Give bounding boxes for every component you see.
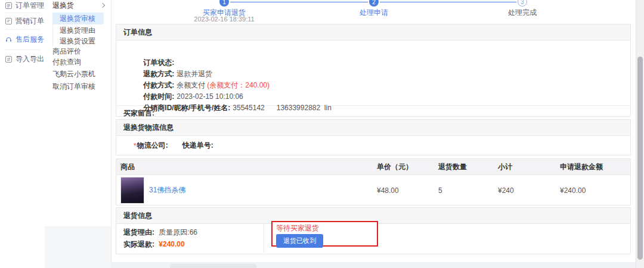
submenu-item-payment-query[interactable]: 付款查询 bbox=[52, 57, 81, 67]
product-table: 商品 单价（元） 退货数量 小计 申请退款金额 31佛挡杀佛 ¥48.00 5 … bbox=[116, 158, 631, 205]
sidebar-item-label: 导入导出 bbox=[16, 54, 44, 64]
subtotal-value: ¥240 bbox=[498, 186, 560, 195]
step-number: 1 bbox=[222, 0, 226, 5]
col-header-refund-amount: 申请退款金额 bbox=[560, 162, 630, 172]
step-label-complete: 处理完成 bbox=[481, 8, 564, 18]
sidebar-item-after-sales[interactable]: 售后服务 bbox=[0, 30, 45, 49]
step-connector bbox=[230, 2, 368, 2]
scrollbar-thumb[interactable] bbox=[637, 57, 643, 260]
balance-payment-amount: (余额支付：240.00) bbox=[207, 81, 270, 89]
marketing-order-icon bbox=[5, 17, 13, 25]
sidebar-item-import-export[interactable]: 导入导出 bbox=[0, 50, 45, 68]
submenu-item-return-review[interactable]: 退换货审核 bbox=[52, 13, 104, 24]
submenu-item-label: 退换货审核 bbox=[60, 14, 95, 24]
order-info-panel: 订单信息 订单状态: 退款方式:退款并退货 付款方式:余额支付(余额支付：240… bbox=[116, 24, 631, 117]
product-cell: 31佛挡杀佛 bbox=[120, 177, 377, 204]
logistics-body: * 物流公司: 快递单号: bbox=[116, 136, 630, 155]
logistics-panel: 退换货物流信息 * 物流公司: 快递单号: bbox=[116, 119, 631, 155]
step-label-processing: 处理申请 bbox=[332, 8, 416, 18]
import-export-icon bbox=[5, 55, 13, 63]
product-name-link[interactable]: 31佛挡杀佛 bbox=[149, 185, 185, 195]
col-header-subtotal: 小计 bbox=[498, 162, 560, 172]
field-value: 余额支付 bbox=[177, 81, 205, 89]
submenu-item-label: 退换货设置 bbox=[60, 36, 95, 46]
field-label: 分销商ID/昵称/手机号/姓名: bbox=[143, 104, 230, 112]
return-info-body: 退货理由: 质量原因:66 实际退款: ¥240.00 等待买家退货 退货已收到 bbox=[116, 224, 630, 254]
col-header-product: 商品 bbox=[120, 162, 377, 172]
actual-refund-amount: ¥240.00 bbox=[159, 240, 184, 248]
field-label: 订单状态: bbox=[143, 58, 174, 67]
submenu-group-returns[interactable]: 退换货 bbox=[52, 1, 106, 10]
submenu-item-cancel-order-review[interactable]: 取消订单审核 bbox=[52, 81, 95, 92]
field-value: 35545142 13633992882 lin bbox=[233, 104, 331, 112]
field-label: 付款时间: bbox=[143, 92, 174, 101]
submenu-item-label: 付款查询 bbox=[52, 57, 81, 67]
field-label: 退款方式: bbox=[143, 70, 174, 78]
col-header-unit-price: 单价（元） bbox=[377, 162, 438, 172]
submenu-item-label: 退换货理由 bbox=[60, 26, 95, 36]
sidebar-item-label: 售后服务 bbox=[16, 35, 44, 45]
field-value: 质量原因:66 bbox=[159, 228, 197, 236]
chevron-right-icon bbox=[100, 3, 105, 8]
submenu-panel: 退换货 退换货审核 退换货理由 退换货设置 商品评价 付款查询 飞鹅云小票机 bbox=[45, 0, 111, 226]
waiting-buyer-return-status: 等待买家退货 bbox=[276, 224, 377, 232]
step-connector bbox=[380, 2, 516, 2]
main-content: 1 2 3 买家申请退货 2023-02-16 18:39:11 处理申请 处理… bbox=[111, 0, 636, 262]
field-value: 2023-02-15 10:10:06 bbox=[177, 92, 243, 101]
sidebar-item-label: 营销订单 bbox=[16, 16, 44, 26]
return-status-highlight-box: 等待买家退货 退货已收到 bbox=[271, 221, 378, 247]
required-asterisk: * bbox=[134, 142, 137, 150]
submenu-group-label: 退换货 bbox=[52, 1, 74, 11]
tracking-number-label: 快递单号: bbox=[182, 141, 213, 151]
return-qty-value: 5 bbox=[438, 186, 498, 195]
sidebar-item-label: 订单管理 bbox=[16, 1, 44, 11]
submenu-item-product-review[interactable]: 商品评价 bbox=[52, 46, 81, 57]
step-number: 3 bbox=[521, 0, 524, 5]
sidebar-item-order-management[interactable]: 订单管理 bbox=[0, 0, 45, 13]
goods-received-button[interactable]: 退货已收到 bbox=[276, 234, 323, 248]
sidebar-item-marketing-order[interactable]: 营销订单 bbox=[0, 13, 45, 29]
secondary-sidebar: 退换货 退换货审核 退换货理由 退换货设置 商品评价 付款查询 飞鹅云小票机 bbox=[45, 0, 111, 268]
field-return-reason: 退货理由: 质量原因:66 bbox=[123, 227, 197, 238]
step-circle-3: 3 bbox=[518, 0, 527, 7]
vertical-divider bbox=[264, 224, 264, 254]
product-thumbnail bbox=[120, 177, 144, 204]
submenu-item-label: 飞鹅云小票机 bbox=[52, 69, 95, 79]
logistics-company-label: 物流公司: bbox=[137, 141, 168, 151]
col-header-return-qty: 退货数量 bbox=[438, 162, 498, 172]
step-number: 2 bbox=[372, 0, 376, 5]
field-label: 付款方式: bbox=[143, 81, 174, 89]
order-management-icon bbox=[5, 2, 13, 10]
buyer-message-label: 买家留言: bbox=[123, 108, 154, 119]
step-timestamp: 2023-02-16 18:39:11 bbox=[182, 15, 266, 23]
step-circle-1: 1 bbox=[219, 0, 229, 7]
submenu-item-label: 取消订单审核 bbox=[52, 82, 95, 92]
field-refund-method: 退款方式:退款并退货 bbox=[123, 57, 630, 68]
submenu-item-return-settings[interactable]: 退换货设置 bbox=[60, 36, 95, 46]
field-order-status: 订单状态: bbox=[123, 46, 630, 57]
primary-sidebar: 订单管理 营销订单 售后服务 导入导出 bbox=[0, 0, 45, 268]
refund-amount-value: ¥240.00 bbox=[560, 186, 630, 195]
panel-title: 退换货物流信息 bbox=[116, 120, 630, 136]
scrollbar-track bbox=[636, 0, 644, 268]
panel-title: 订单信息 bbox=[116, 24, 630, 40]
field-value: 退款并退货 bbox=[177, 70, 212, 78]
return-info-panel: 退货信息 退货理由: 质量原因:66 实际退款: ¥240.00 等待买家退货 … bbox=[116, 207, 631, 254]
table-header-row: 商品 单价（元） 退货数量 小计 申请退款金额 bbox=[116, 159, 630, 175]
after-sales-icon bbox=[5, 36, 13, 43]
unit-price-value: ¥48.00 bbox=[377, 186, 438, 195]
order-info-body: 订单状态: 退款方式:退款并退货 付款方式:余额支付(余额支付：240.00) … bbox=[116, 40, 630, 102]
field-actual-refund: 实际退款: ¥240.00 bbox=[123, 239, 185, 250]
field-label: 实际退款: bbox=[123, 240, 154, 248]
table-row: 31佛挡杀佛 ¥48.00 5 ¥240 ¥240.00 bbox=[116, 175, 630, 205]
submenu-item-return-reason[interactable]: 退换货理由 bbox=[60, 25, 95, 36]
partial-hidden-element bbox=[170, 264, 256, 268]
submenu-item-label: 商品评价 bbox=[52, 46, 81, 57]
app-window: 订单管理 营销订单 售后服务 导入导出 退换货 退换货审核 bbox=[0, 0, 644, 268]
field-label: 退货理由: bbox=[123, 228, 154, 236]
step-circle-2: 2 bbox=[369, 0, 379, 7]
submenu-item-receipt-printer[interactable]: 飞鹅云小票机 bbox=[52, 68, 95, 79]
